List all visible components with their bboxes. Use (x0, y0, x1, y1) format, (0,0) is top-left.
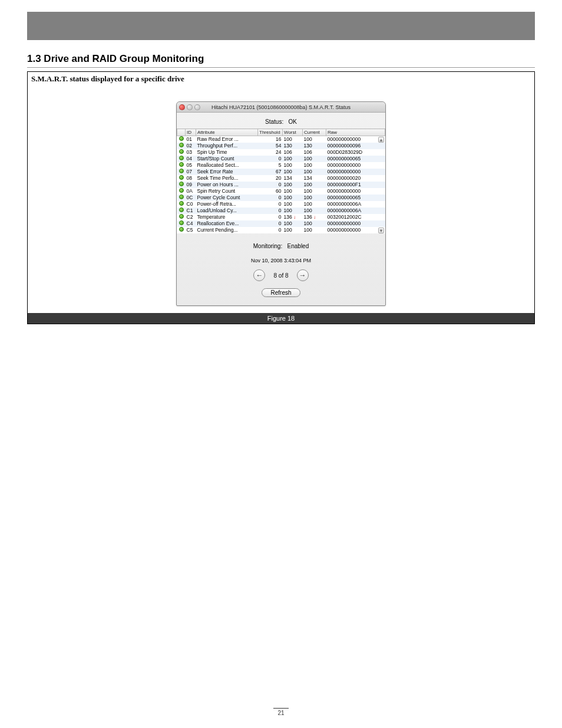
cell-id: 0C (186, 195, 196, 201)
status-dot-cell (177, 162, 186, 169)
cell-current: 106 (303, 149, 326, 156)
col-header-id[interactable]: ID (186, 129, 196, 136)
cell-threshold: 0 (258, 207, 283, 214)
status-dot-cell (177, 156, 186, 162)
scroll-down-icon[interactable]: ▼ (378, 228, 384, 233)
cell-current: 100 (303, 227, 326, 233)
status-value: OK (289, 118, 297, 125)
table-row[interactable]: 07Seek Error Rate67100100000000000000 (177, 169, 385, 175)
cell-attribute: Throughput Perf... (196, 143, 258, 149)
header-gray-bar (27, 12, 535, 40)
status-dot-cell (177, 149, 186, 156)
cell-attribute: Start/Stop Count (196, 156, 258, 162)
pager-row: ← 8 of 8 → (177, 267, 385, 286)
cell-attribute: Load/Unload Cy... (196, 207, 258, 214)
cell-id: 08 (186, 175, 196, 182)
cell-attribute: Seek Time Perfo... (196, 175, 258, 182)
cell-attribute: Current Pending... (196, 227, 258, 233)
cell-current: 100 (303, 207, 326, 214)
cell-raw: 000000000000 (326, 188, 385, 195)
table-row[interactable]: C1Load/Unload Cy...010010000000000006A (177, 207, 385, 214)
status-dot-cell (177, 188, 186, 195)
status-dot-cell (177, 169, 186, 175)
smart-table: ID Attribute Threshold Worst Current Raw… (177, 129, 385, 233)
status-dot-cell (177, 195, 186, 201)
table-row[interactable]: C5Current Pending...0100100000000000000 (177, 227, 385, 233)
cell-id: C1 (186, 207, 196, 214)
cell-current: 100 (303, 201, 326, 207)
refresh-button[interactable]: Refresh (262, 288, 300, 297)
figure-container: S.M.A.R.T. status displayed for a specif… (27, 71, 535, 324)
arrow-right-icon: → (299, 271, 306, 279)
cell-attribute: Raw Read Error ... (196, 136, 258, 143)
cell-raw: 000000000000 (326, 162, 385, 169)
cell-threshold: 0 (258, 201, 283, 207)
cell-threshold: 20 (258, 175, 283, 182)
cell-worst: 100 (283, 162, 303, 169)
cell-threshold: 0 (258, 227, 283, 233)
cell-worst: 130 (283, 143, 303, 149)
table-row[interactable]: 04Start/Stop Count0100100000000000065 (177, 156, 385, 162)
table-row[interactable]: 08Seek Time Perfo...20134134000000000020 (177, 175, 385, 182)
prev-button[interactable]: ← (253, 269, 265, 281)
cell-threshold: 67 (258, 169, 283, 175)
smart-status-window: Hitachi HUA72101 (50010860000008ba) S.M.… (176, 101, 386, 306)
cell-current: 100 (303, 136, 326, 143)
arrow-left-icon: ← (256, 271, 263, 279)
next-button[interactable]: → (297, 269, 309, 281)
table-row[interactable]: 05Reallocated Sect...5100100000000000000 (177, 162, 385, 169)
status-ok-icon (179, 136, 184, 141)
cell-worst: 100 (283, 156, 303, 162)
cell-worst: 134 (283, 175, 303, 182)
figure-caption: Figure 18 (28, 313, 534, 324)
cell-current: 136 ↓ (303, 214, 326, 220)
cell-worst: 100 (283, 182, 303, 188)
table-row[interactable]: 03Spin Up Time24106106000D0283029D (177, 149, 385, 156)
cell-attribute: Temperature (196, 214, 258, 220)
status-dot-cell (177, 136, 186, 143)
cell-worst: 100 (283, 227, 303, 233)
status-dot-cell (177, 182, 186, 188)
table-row[interactable]: C2Temperature0136 ↓136 ↓00320012002C (177, 214, 385, 220)
status-ok-icon (179, 162, 184, 167)
table-row[interactable]: 01Raw Read Error ...16100100000000000000 (177, 136, 385, 143)
cell-worst: 100 (283, 220, 303, 227)
cell-raw: 000D0283029D (326, 149, 385, 156)
cell-worst: 100 (283, 188, 303, 195)
cell-worst: 106 (283, 149, 303, 156)
table-row[interactable]: 02Throughput Perf...54130130000000000096 (177, 143, 385, 149)
table-row[interactable]: C4Reallocation Eve...0100100000000000000 (177, 220, 385, 227)
table-row[interactable]: 0CPower Cycle Count0100100000000000065 (177, 195, 385, 201)
table-row[interactable]: 09Power on Hours ...01001000000000000F1 (177, 182, 385, 188)
cell-worst: 100 (283, 207, 303, 214)
cell-attribute: Reallocated Sect... (196, 162, 258, 169)
col-header-current[interactable]: Current (303, 129, 326, 136)
cell-worst: 100 (283, 169, 303, 175)
refresh-row: Refresh (177, 286, 385, 305)
pager-text: 8 of 8 (273, 272, 288, 279)
cell-id: 02 (186, 143, 196, 149)
cell-threshold: 54 (258, 143, 283, 149)
table-row[interactable]: C0Power-off Retra...010010000000000006A (177, 201, 385, 207)
cell-id: 07 (186, 169, 196, 175)
col-header-status[interactable] (177, 129, 186, 136)
col-header-raw[interactable]: Raw (326, 129, 385, 136)
cell-raw: 000000000020 (326, 175, 385, 182)
scroll-up-icon[interactable]: ▲ (378, 137, 384, 143)
col-header-threshold[interactable]: Threshold (258, 129, 283, 136)
col-header-attribute[interactable]: Attribute (196, 129, 258, 136)
status-dot-cell (177, 201, 186, 207)
cell-attribute: Power on Hours ... (196, 182, 258, 188)
window-title: Hitachi HUA72101 (50010860000008ba) S.M.… (177, 104, 385, 110)
cell-threshold: 0 (258, 156, 283, 162)
cell-threshold: 24 (258, 149, 283, 156)
window-titlebar: Hitachi HUA72101 (50010860000008ba) S.M.… (177, 102, 385, 113)
table-row[interactable]: 0ASpin Retry Count60100100000000000000 (177, 188, 385, 195)
section-heading: 1.3 Drive and RAID Group Monitoring (27, 53, 535, 68)
cell-raw: 000000000000 (326, 220, 385, 227)
cell-threshold: 0 (258, 220, 283, 227)
cell-worst: 100 (283, 201, 303, 207)
cell-current: 100 (303, 188, 326, 195)
col-header-worst[interactable]: Worst (283, 129, 303, 136)
cell-raw: 0000000000F1 (326, 182, 385, 188)
